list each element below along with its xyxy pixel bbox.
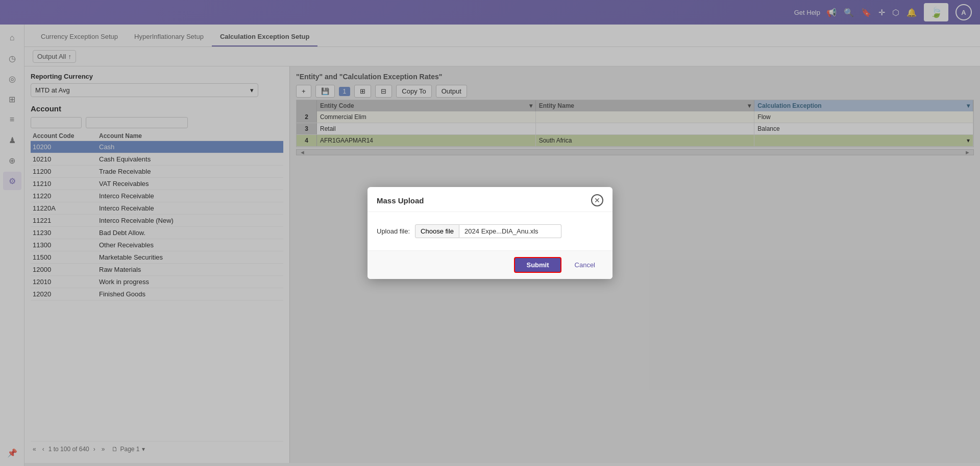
modal-overlay[interactable]: Mass Upload ✕ Upload file: Choose file 2… xyxy=(0,0,980,466)
modal-footer: Submit Cancel xyxy=(368,250,612,279)
modal-close-button[interactable]: ✕ xyxy=(591,194,603,206)
cancel-button[interactable]: Cancel xyxy=(567,258,603,272)
file-input-group: Choose file 2024 Expe...DIA_Anu.xls xyxy=(415,224,561,238)
file-name-display: 2024 Expe...DIA_Anu.xls xyxy=(459,224,561,238)
choose-file-button[interactable]: Choose file xyxy=(415,224,459,238)
modal-header: Mass Upload ✕ xyxy=(368,187,612,212)
mass-upload-modal: Mass Upload ✕ Upload file: Choose file 2… xyxy=(368,187,612,279)
modal-title: Mass Upload xyxy=(377,196,424,205)
upload-label: Upload file: xyxy=(377,227,410,235)
submit-button[interactable]: Submit xyxy=(514,257,561,273)
modal-body: Upload file: Choose file 2024 Expe...DIA… xyxy=(368,212,612,250)
